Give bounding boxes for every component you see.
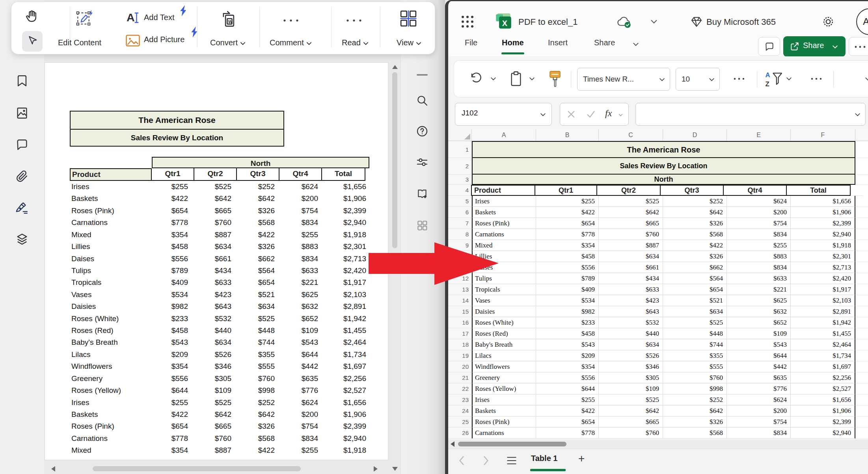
cell[interactable]: $634 — [663, 306, 727, 317]
cell[interactable] — [855, 158, 868, 175]
merged-region-cell[interactable]: North — [472, 175, 855, 185]
format-painter-icon[interactable] — [549, 70, 561, 88]
cell[interactable] — [855, 295, 868, 306]
cell[interactable] — [851, 185, 863, 196]
fx-icon[interactable]: fx — [605, 108, 612, 119]
layers-icon[interactable] — [15, 232, 29, 246]
settings-gear-icon[interactable] — [821, 15, 835, 29]
cell[interactable]: Qtr1 — [535, 185, 597, 196]
pdf-hscroll-right-arrow[interactable] — [374, 466, 378, 472]
cell[interactable]: $1,917 — [791, 284, 855, 295]
cell[interactable]: $255 — [727, 240, 791, 251]
cell[interactable] — [855, 196, 868, 207]
cell[interactable]: $2,256 — [791, 372, 855, 383]
minimize-icon[interactable] — [417, 74, 428, 76]
cell[interactable]: $255 — [536, 196, 599, 207]
cell[interactable] — [855, 251, 868, 262]
row-header[interactable]: 17 — [448, 328, 472, 339]
cell[interactable]: $754 — [727, 218, 791, 229]
cell[interactable]: $661 — [599, 262, 663, 273]
cell[interactable]: $555 — [663, 361, 727, 372]
cell[interactable]: $624 — [727, 196, 791, 207]
column-header-b[interactable]: B — [536, 129, 599, 141]
cell[interactable]: $525 — [599, 394, 663, 405]
cell[interactable]: $2,420 — [791, 273, 855, 284]
font-size-select[interactable]: 10 — [676, 68, 720, 91]
cell[interactable]: $534 — [536, 295, 599, 306]
cell[interactable]: $233 — [536, 317, 599, 328]
cell[interactable]: $2,713 — [791, 262, 855, 273]
cell[interactable] — [855, 383, 868, 394]
ribbon-collapse-chevron-icon[interactable] — [865, 77, 868, 81]
cell[interactable]: $305 — [599, 372, 663, 383]
add-picture-icon[interactable] — [125, 33, 141, 48]
cell[interactable] — [855, 218, 868, 229]
cell[interactable]: Greenery — [472, 372, 536, 383]
cell[interactable]: $543 — [727, 339, 791, 350]
title-chevron-icon[interactable] — [650, 19, 658, 24]
cell[interactable]: $409 — [536, 284, 599, 295]
pdf-hscroll-left-arrow[interactable] — [51, 466, 55, 472]
row-header[interactable]: 14 — [448, 295, 472, 306]
cell[interactable] — [855, 405, 868, 416]
cell[interactable]: Irises — [472, 394, 536, 405]
cell[interactable]: $221 — [727, 284, 791, 295]
cell[interactable]: Vases — [472, 295, 536, 306]
cell[interactable]: $634 — [599, 339, 663, 350]
cell[interactable]: $525 — [599, 196, 663, 207]
cell[interactable]: $834 — [727, 428, 791, 439]
cell[interactable]: $633 — [599, 284, 663, 295]
cell[interactable]: $326 — [663, 218, 727, 229]
cell[interactable] — [855, 273, 868, 284]
comments-button[interactable] — [758, 37, 780, 56]
row-header[interactable]: 22 — [448, 383, 472, 394]
cell[interactable]: $568 — [663, 428, 727, 439]
cell[interactable]: $760 — [663, 372, 727, 383]
cell[interactable]: $776 — [727, 383, 791, 394]
cell[interactable]: Qtr3 — [660, 185, 724, 196]
add-sheet-button[interactable]: + — [578, 452, 585, 465]
pdf-hscroll-thumb[interactable] — [93, 466, 301, 471]
cell[interactable]: $326 — [663, 251, 727, 262]
pdf-vscroll-up-arrow[interactable] — [392, 65, 398, 69]
cell[interactable]: $1,455 — [791, 328, 855, 339]
font-name-select[interactable]: Times New R... — [577, 68, 670, 91]
image-icon[interactable] — [15, 106, 29, 120]
cell[interactable]: $556 — [536, 372, 599, 383]
cell[interactable]: $2,940 — [791, 428, 855, 439]
cell[interactable]: $998 — [663, 383, 727, 394]
merged-subtitle-cell[interactable]: Sales Review By Location — [472, 158, 855, 175]
cell[interactable] — [855, 240, 868, 251]
select-all-corner[interactable] — [448, 129, 472, 141]
sort-filter-icon[interactable]: A Z — [765, 70, 783, 88]
row-header[interactable]: 8 — [448, 229, 472, 240]
read-button[interactable]: Read — [342, 38, 369, 47]
cell[interactable]: $326 — [663, 416, 727, 428]
grid-view-icon[interactable] — [416, 219, 428, 232]
cell[interactable]: $2,399 — [791, 416, 855, 428]
cell[interactable]: Qtr2 — [596, 185, 661, 196]
help-icon[interactable] — [416, 125, 428, 138]
cell[interactable]: $665 — [599, 218, 663, 229]
column-header-a[interactable]: A — [472, 129, 536, 141]
cell[interactable] — [855, 284, 868, 295]
cell[interactable]: $635 — [727, 372, 791, 383]
cell[interactable]: $434 — [599, 273, 663, 284]
cell[interactable]: $346 — [599, 361, 663, 372]
next-sheet-icon[interactable] — [483, 455, 489, 466]
edit-content-icon[interactable] — [75, 8, 94, 28]
cell[interactable]: $2,891 — [791, 306, 855, 317]
cell[interactable]: $1,906 — [791, 405, 855, 416]
menu-chevron-icon[interactable] — [633, 42, 639, 46]
row-header[interactable]: 4 — [448, 185, 472, 196]
cell[interactable] — [855, 350, 868, 361]
paste-icon[interactable] — [509, 71, 523, 87]
cancel-entry-icon[interactable] — [566, 110, 576, 119]
tab-share[interactable]: Share — [594, 38, 615, 47]
row-header[interactable]: 1 — [448, 141, 472, 158]
cell[interactable]: $200 — [727, 405, 791, 416]
cell[interactable]: $982 — [536, 306, 599, 317]
cell[interactable]: $458 — [536, 328, 599, 339]
hscroll-thumb[interactable] — [458, 442, 566, 446]
cell[interactable]: $2,103 — [791, 295, 855, 306]
